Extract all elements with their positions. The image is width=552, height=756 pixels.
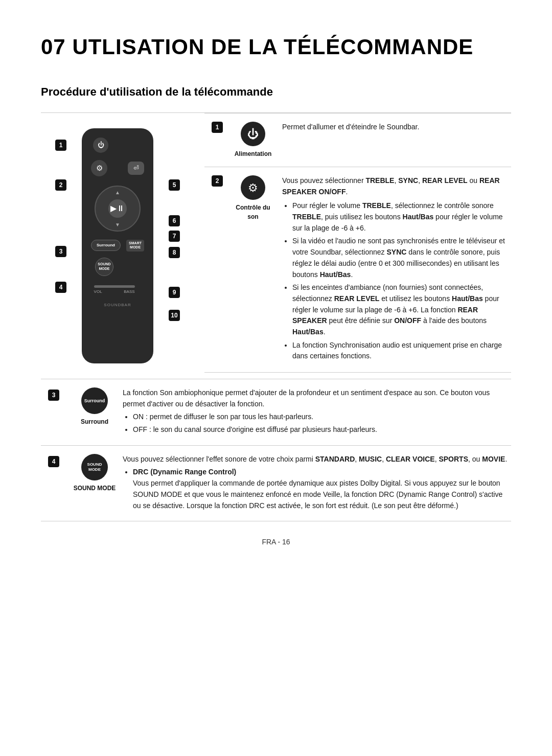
controle-son-label: Contrôle du son xyxy=(234,203,272,221)
desc-text-2-list: Pour régler le volume TREBLE, sélectionn… xyxy=(282,200,505,362)
page-title: 07 UTLISATION DE LA TÉLÉCOMMANDE xyxy=(41,31,511,63)
dpad-down: ▼ xyxy=(115,221,120,228)
remote-wrapper: 1 2 3 4 5 6 7 8 9 10 ⏻ xyxy=(46,128,189,363)
surround-icon: Surround xyxy=(81,387,108,414)
bottom-icon-4: SOUNDMODE SOUND MODE xyxy=(66,454,123,493)
desc-row-2: 2 ⚙ Contrôle du son Vous pouvez sélectio… xyxy=(204,167,511,373)
dpad[interactable]: ▶⏸ ▲ ▼ xyxy=(95,186,141,232)
num-badge-4: 4 xyxy=(48,456,59,467)
sound-mode-icon-text: SOUNDMODE xyxy=(87,462,102,472)
surround-button[interactable]: Surround xyxy=(91,240,121,251)
sound-mode-icon: SOUNDMODE xyxy=(81,454,108,480)
surround-off: OFF : le son du canal source d'origine e… xyxy=(133,424,511,436)
bottom-row-3: 3 Surround Surround La fonction Son ambi… xyxy=(41,379,511,446)
badge-6: 6 xyxy=(169,215,180,226)
volume-section: VOL BASS xyxy=(94,284,142,295)
desc-table: 1 ⏻ Alimentation Permet d'allumer et d'é… xyxy=(204,113,511,379)
sound-mode-list: DRC (Dynamic Range Control) Vous permet … xyxy=(123,467,511,511)
vol-label: VOL xyxy=(94,289,102,295)
badge-4: 4 xyxy=(55,282,66,293)
badge-8: 8 xyxy=(169,247,180,258)
sound-mode-label: SOUND MODE xyxy=(74,484,116,493)
desc-text-1: Permet d'allumer et d'éteindre le Soundb… xyxy=(276,113,511,167)
badge-9: 9 xyxy=(169,287,180,298)
bottom-row-4: 4 SOUNDMODE SOUND MODE Vous pouvez sélec… xyxy=(41,446,511,521)
bass-label: BASS xyxy=(124,289,134,295)
desc-num-1: 1 xyxy=(204,113,230,167)
desc-num-2: 2 xyxy=(204,167,230,372)
drc-item: DRC (Dynamic Range Control) Vous permet … xyxy=(133,467,511,511)
bottom-num-4: 4 xyxy=(41,454,66,467)
bottom-section: 3 Surround Surround La fonction Son ambi… xyxy=(41,379,511,521)
dpad-center[interactable]: ▶⏸ xyxy=(108,199,127,218)
soundbar-label: SOUNDBAR xyxy=(104,302,131,308)
smart-mode-button[interactable]: SMARTMODE xyxy=(126,240,144,251)
desc-text-2: Vous pouvez sélectionner TREBLE, SYNC, R… xyxy=(276,167,511,372)
dpad-up: ▲ xyxy=(115,189,120,196)
vol-labels: VOL BASS xyxy=(94,289,135,295)
surround-intro: La fonction Son ambiophonique permet d'a… xyxy=(123,388,490,408)
surround-label: Surround xyxy=(81,417,108,426)
desc-text-1-content: Permet d'allumer et d'éteindre le Soundb… xyxy=(282,123,419,131)
remote-body: ⏻ ⚙ ⏎ ▶⏸ ▲ ▼ xyxy=(82,128,153,363)
page-footer: FRA - 16 xyxy=(41,537,511,547)
input-button[interactable]: ⏎ xyxy=(128,162,144,175)
vol-slider[interactable] xyxy=(94,285,135,288)
badge-5: 5 xyxy=(169,179,180,191)
badge-2: 2 xyxy=(55,179,66,191)
badge-1: 1 xyxy=(55,140,66,151)
list-item-sync-audio: La fonction Synchronisation audio est un… xyxy=(292,340,505,362)
remote-column: 1 2 3 4 5 6 7 8 9 10 ⏻ xyxy=(41,113,204,379)
badge-7: 7 xyxy=(169,231,180,242)
list-item-rear-level: Si les enceintes d'ambiance (non fournie… xyxy=(292,282,505,337)
gear-input-row: ⚙ ⏎ xyxy=(88,160,147,176)
sound-mode-intro: Vous pouvez sélectionner l'effet sonore … xyxy=(123,455,507,463)
diagram-section: 1 2 3 4 5 6 7 8 9 10 ⏻ xyxy=(41,112,511,379)
surround-list: ON : permet de diffuser le son par tous … xyxy=(123,411,511,435)
num-badge-1: 1 xyxy=(212,122,223,133)
bottom-text-3: La fonction Son ambiophonique permet d'a… xyxy=(123,387,511,437)
bottom-num-3: 3 xyxy=(41,387,66,401)
alimentation-label: Alimentation xyxy=(235,149,272,158)
badge-10: 10 xyxy=(169,310,180,321)
bottom-icon-3: Surround Surround xyxy=(66,387,123,426)
gear-icon: ⚙ xyxy=(241,175,265,200)
gear-button[interactable]: ⚙ xyxy=(91,160,107,176)
desc-icon-1: ⏻ Alimentation xyxy=(230,113,276,167)
surround-on: ON : permet de diffuser le son par tous … xyxy=(133,411,511,423)
drc-text: Vous permet d'appliquer la commande de p… xyxy=(133,479,502,509)
desc-icon-2: ⚙ Contrôle du son xyxy=(230,167,276,372)
badge-3: 3 xyxy=(55,246,66,257)
surround-smart-row: Surround SMARTMODE xyxy=(88,240,147,251)
list-item-sync: Si la vidéo et l'audio ne sont pas synch… xyxy=(292,236,505,280)
num-badge-2: 2 xyxy=(212,175,223,187)
power-icon: ⏻ xyxy=(241,122,265,146)
power-button[interactable]: ⏻ xyxy=(93,138,108,153)
list-item-treble: Pour régler le volume TREBLE, sélectionn… xyxy=(292,200,505,234)
surround-icon-text: Surround xyxy=(84,398,105,404)
sound-mode-button[interactable]: SOUNDMODE xyxy=(95,258,113,276)
desc-row-1: 1 ⏻ Alimentation Permet d'allumer et d'é… xyxy=(204,113,511,167)
desc-text-2-intro: Vous pouvez sélectionner TREBLE, SYNC, R… xyxy=(282,176,500,196)
num-badge-3: 3 xyxy=(48,390,59,401)
bottom-text-4: Vous pouvez sélectionner l'effet sonore … xyxy=(123,454,511,513)
section-title: Procédure d'utilisation de la télécomman… xyxy=(41,83,511,100)
footer-text: FRA - 16 xyxy=(262,538,290,546)
